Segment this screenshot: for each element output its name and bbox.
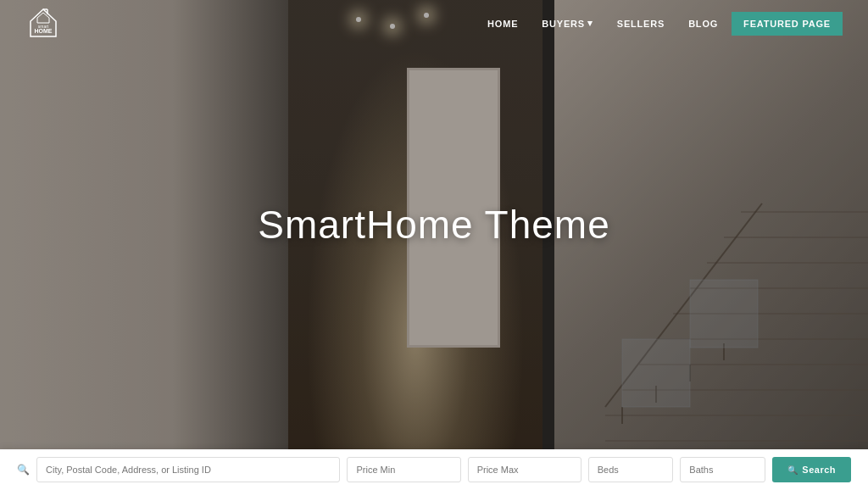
price-max-input[interactable] [468,457,581,482]
nav-link-home[interactable]: HOME [477,12,528,36]
city-search-input[interactable] [36,457,340,482]
logo-icon: HOME smart [25,6,61,42]
nav-item-home[interactable]: HOME [477,12,528,36]
price-min-input[interactable] [347,457,460,482]
nav-link-buyers[interactable]: BUYERS ▾ [531,11,603,36]
nav-link-blog[interactable]: BLOG [678,12,728,36]
nav-item-buyers[interactable]: BUYERS ▾ [531,11,603,36]
beds-input[interactable] [588,457,674,482]
dropdown-arrow-icon: ▾ [587,18,593,29]
baths-input[interactable] [680,457,765,482]
nav-item-featured[interactable]: FEATURED PAGE [732,12,843,36]
nav-link-sellers[interactable]: SELLERS [607,12,675,36]
nav-item-sellers[interactable]: SELLERS [607,12,675,36]
nav-link-featured[interactable]: FEATURED PAGE [732,12,843,36]
hero-title-container: SmartHome Theme [258,202,610,248]
navbar: HOME smart HOME BUYERS ▾ SELLERS BLOG FE… [0,0,868,47]
nav-links: HOME BUYERS ▾ SELLERS BLOG FEATURED PAGE [477,11,843,36]
search-bar: 🔍 🔍 Search [0,449,868,490]
search-button-label: Search [802,465,836,475]
hero-title: SmartHome Theme [258,202,610,248]
search-bar-icon: 🔍 [17,464,30,476]
svg-text:smart: smart [38,24,49,29]
hero-section: HOME smart HOME BUYERS ▾ SELLERS BLOG FE… [0,0,868,449]
nav-item-blog[interactable]: BLOG [678,12,728,36]
svg-text:HOME: HOME [35,28,53,34]
logo-area[interactable]: HOME smart [25,6,61,42]
search-button-icon: 🔍 [787,465,798,475]
search-button[interactable]: 🔍 Search [772,457,851,482]
